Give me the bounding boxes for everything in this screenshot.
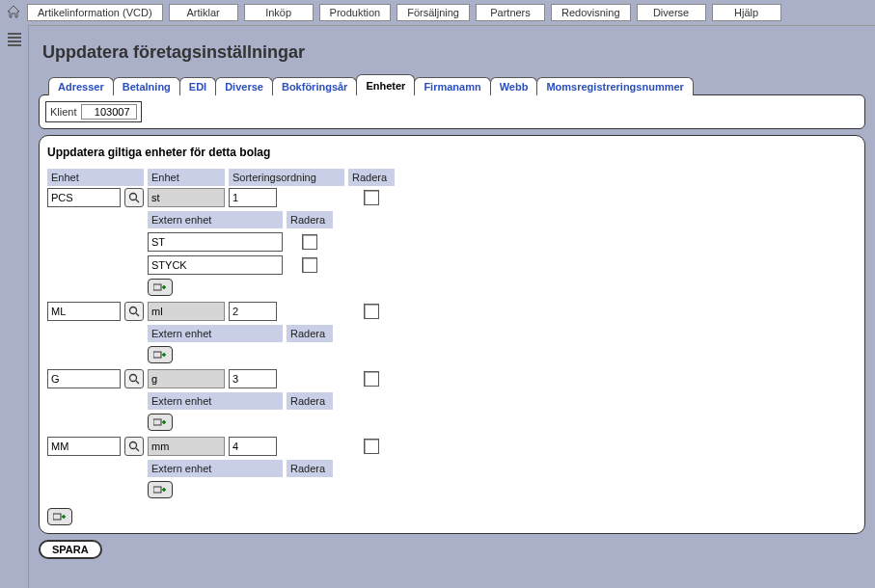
unit-sort-input[interactable] (229, 302, 277, 321)
col-extern-radera: Radera (287, 325, 333, 342)
delete-checkbox[interactable] (364, 371, 379, 387)
tab-row: Adresser Betalning EDI Diverse Bokföring… (48, 74, 865, 95)
svg-rect-2 (153, 284, 161, 290)
external-unit-block: Extern enhetRadera (148, 392, 857, 431)
unit-row (47, 369, 857, 388)
unit-row (47, 302, 857, 321)
col-extern-enhet: Extern enhet (148, 211, 283, 228)
svg-line-4 (136, 313, 139, 316)
delete-checkbox[interactable] (364, 190, 379, 205)
add-external-button[interactable] (148, 346, 173, 363)
col-extern-radera: Radera (287, 211, 333, 228)
unit-label-input[interactable] (148, 302, 225, 321)
menu-partners[interactable]: Partners (476, 4, 545, 21)
unit-label-input[interactable] (148, 437, 225, 456)
svg-rect-12 (53, 514, 61, 520)
svg-rect-11 (153, 487, 161, 493)
tab-edi[interactable]: EDI (179, 77, 216, 95)
svg-point-3 (130, 307, 137, 314)
svg-line-10 (136, 448, 139, 451)
unit-code-input[interactable] (47, 302, 121, 321)
klient-box: Klient 103007 (45, 101, 142, 122)
tab-betalning[interactable]: Betalning (113, 77, 180, 95)
delete-checkbox[interactable] (364, 439, 379, 454)
col-extern-enhet: Extern enhet (148, 392, 283, 410)
unit-sort-input[interactable] (229, 188, 277, 207)
page-title: Uppdatera företagsinställningar (42, 42, 865, 63)
external-unit-input[interactable] (148, 232, 283, 252)
tab-bokforingsar[interactable]: Bokföringsår (272, 77, 357, 95)
svg-point-0 (130, 194, 137, 200)
external-delete-checkbox[interactable] (302, 234, 317, 250)
col-radera: Radera (348, 169, 395, 186)
col-extern-enhet: Extern enhet (148, 325, 283, 342)
lookup-icon[interactable] (124, 188, 144, 207)
unit-sort-input[interactable] (229, 437, 277, 456)
add-external-button[interactable] (148, 481, 173, 498)
tab-webb[interactable]: Webb (490, 77, 538, 95)
svg-point-6 (130, 375, 137, 382)
lookup-icon[interactable] (124, 437, 144, 456)
external-unit-block: Extern enhetRadera (148, 211, 857, 296)
add-external-button[interactable] (148, 414, 173, 431)
external-delete-checkbox[interactable] (302, 257, 317, 273)
svg-rect-8 (153, 419, 161, 425)
svg-line-7 (136, 381, 139, 384)
lookup-icon[interactable] (124, 302, 144, 321)
svg-point-9 (130, 442, 137, 449)
col-extern-enhet: Extern enhet (148, 460, 283, 477)
menu-artiklar[interactable]: Artiklar (169, 4, 238, 21)
external-unit-block: Extern enhetRadera (148, 460, 857, 498)
unit-code-input[interactable] (47, 188, 121, 207)
unit-sort-input[interactable] (229, 369, 277, 388)
menu-inkop[interactable]: Inköp (244, 4, 314, 21)
col-extern-radera: Radera (287, 392, 333, 410)
menu-produktion[interactable]: Produktion (319, 4, 392, 21)
unit-row (47, 188, 857, 207)
unit-code-input[interactable] (47, 369, 121, 388)
col-sort: Sorteringsordning (229, 169, 344, 186)
menu-hjalp[interactable]: Hjälp (712, 4, 781, 21)
svg-rect-5 (153, 352, 161, 358)
add-unit-button[interactable] (47, 508, 72, 525)
external-unit-block: Extern enhetRadera (148, 325, 857, 363)
tab-firmanamn[interactable]: Firmanamn (414, 77, 490, 95)
svg-line-1 (136, 200, 139, 202)
menu-forsaljning[interactable]: Försäljning (396, 4, 470, 21)
unit-row (47, 437, 857, 456)
delete-checkbox[interactable] (364, 304, 379, 319)
external-unit-input[interactable] (148, 255, 283, 275)
tab-moms[interactable]: Momsregistreringsnummer (536, 77, 693, 95)
unit-label-input[interactable] (148, 369, 225, 388)
col-extern-radera: Radera (287, 460, 333, 477)
klient-value: 103007 (81, 104, 137, 120)
home-icon[interactable] (6, 5, 21, 20)
klient-label: Klient (50, 106, 77, 118)
unit-code-input[interactable] (47, 437, 121, 456)
unit-label-input[interactable] (148, 188, 225, 207)
menu-redovisning[interactable]: Redovisning (551, 4, 631, 21)
tab-enheter[interactable]: Enheter (356, 74, 415, 95)
tab-diverse[interactable]: Diverse (215, 77, 273, 95)
tab-adresser[interactable]: Adresser (48, 77, 114, 95)
save-button[interactable]: SPARA (39, 540, 102, 559)
col-enhet-label: Enhet (148, 169, 225, 186)
col-enhet-code: Enhet (47, 169, 144, 186)
add-external-button[interactable] (148, 279, 173, 296)
section-title: Uppdatera giltiga enheter för detta bola… (47, 146, 857, 159)
menu-artikelinfo[interactable]: Artikelinformation (VCD) (27, 4, 163, 21)
side-menu-icon[interactable] (8, 31, 21, 48)
menu-diverse[interactable]: Diverse (637, 4, 706, 21)
lookup-icon[interactable] (124, 369, 144, 388)
